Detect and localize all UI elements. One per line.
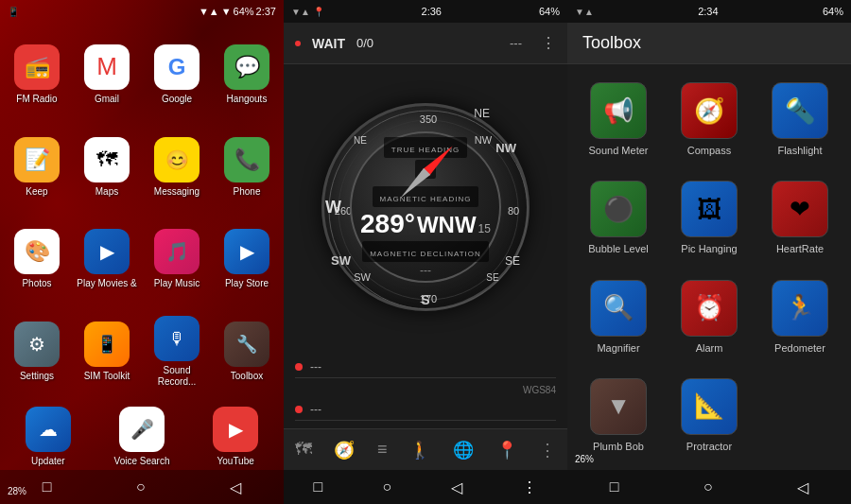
sim-icon: 📱 xyxy=(96,334,117,355)
sound-meter-label: Sound Meter xyxy=(589,145,649,156)
app-toolbox[interactable]: 🔧 Toolbox xyxy=(214,307,280,396)
photos-icon: 🎨 xyxy=(25,239,50,264)
app-phone[interactable]: 📞 Phone xyxy=(214,123,280,212)
app-maps[interactable]: 🗺 Maps xyxy=(74,123,140,212)
tool-pic-hanging[interactable]: 🖼 Pic Hanging xyxy=(666,170,753,265)
tool-compass[interactable]: 🧭 Compass xyxy=(666,72,753,166)
home-btn-p2[interactable]: ○ xyxy=(374,475,399,499)
back-btn-p2[interactable]: ◁ xyxy=(443,475,470,500)
wgs-label: WGS84 xyxy=(295,378,556,399)
plumb-bob-label: Plumb Bob xyxy=(593,441,644,452)
recent-apps-btn-p2[interactable]: □ xyxy=(306,475,331,499)
app-updater[interactable]: ☁ Updater xyxy=(26,407,71,467)
compass-icon-pin[interactable]: 📍 xyxy=(496,440,517,461)
app-play-movies[interactable]: ▶ Play Movies & xyxy=(74,216,140,304)
protractor-label: Protractor xyxy=(686,441,732,452)
home-btn-p3[interactable]: ○ xyxy=(696,475,721,499)
keep-label: Keep xyxy=(26,186,47,198)
play-movies-icon: ▶ xyxy=(100,240,114,263)
app-photos[interactable]: 🎨 Photos xyxy=(4,216,70,304)
tool-protractor[interactable]: 📐 Protractor xyxy=(666,368,753,462)
compass-toolbar: WAIT 0/0 --- ⋮ xyxy=(284,23,567,64)
tool-bubble-level[interactable]: ⚫ Bubble Level xyxy=(575,170,662,265)
home-screen-panel: 📱 ▼▲ ▼ 64% 2:37 📻 FM Radio M Gmail G Goo… xyxy=(0,0,284,504)
tool-pedometer[interactable]: 🏃 Pedometer xyxy=(756,269,843,364)
tool-plumb-bob[interactable]: ▼ Plumb Bob xyxy=(575,368,662,462)
app-grid: 📻 FM Radio M Gmail G Google 💬 Hangouts 📝… xyxy=(0,23,284,404)
compass-score: 0/0 xyxy=(356,36,373,50)
play-store-icon: ▶ xyxy=(240,240,254,263)
gmail-label: Gmail xyxy=(95,94,119,105)
back-btn-p1[interactable]: ◁ xyxy=(222,475,249,500)
toolbox-label: Toolbox xyxy=(231,371,263,382)
tool-heart-rate[interactable]: ❤ HeartRate xyxy=(756,170,843,265)
magnifier-icon: 🔍 xyxy=(590,280,647,337)
sound-meter-icon: 📢 xyxy=(590,82,647,139)
more-btn-p2[interactable]: ⋮ xyxy=(514,475,545,500)
tool-flashlight[interactable]: 🔦 Flashlight xyxy=(756,72,843,166)
compass-icon-globe[interactable]: 🌐 xyxy=(453,440,474,461)
tool-alarm[interactable]: ⏰ Alarm xyxy=(666,269,753,364)
app-fm-radio[interactable]: 📻 FM Radio xyxy=(4,30,70,119)
battery-percent-p1: 28% xyxy=(8,486,26,496)
app-play-music[interactable]: 🎵 Play Music xyxy=(144,216,210,304)
settings-icon: ⚙ xyxy=(28,333,45,356)
app-keep[interactable]: 📝 Keep xyxy=(4,123,70,212)
app-settings[interactable]: ⚙ Settings xyxy=(4,307,70,396)
recent-apps-btn-p3[interactable]: □ xyxy=(602,475,627,499)
compass-icon-more[interactable]: ⋮ xyxy=(539,440,556,461)
svg-text:350: 350 xyxy=(420,113,437,125)
app-hangouts[interactable]: 💬 Hangouts xyxy=(214,30,280,119)
recent-apps-btn-p1[interactable]: □ xyxy=(35,475,60,499)
sw-label: SW xyxy=(331,253,351,268)
app-sound-rec[interactable]: 🎙 Sound Record... xyxy=(144,307,210,396)
empty-cell xyxy=(756,368,843,462)
app-google[interactable]: G Google xyxy=(144,30,210,119)
hangouts-label: Hangouts xyxy=(227,94,268,105)
flashlight-label: Flashlight xyxy=(777,145,822,156)
protractor-icon: 📐 xyxy=(681,378,738,435)
toolbox-panel: ▼▲ 2:34 64% Toolbox 📢 Sound Meter 🧭 Comp… xyxy=(567,0,851,504)
svg-text:NE: NE xyxy=(354,135,367,146)
google-icon: G xyxy=(168,54,186,80)
app-youtube[interactable]: ▶ YouTube xyxy=(213,407,258,467)
data-row-2: --- xyxy=(295,399,556,421)
sim-label: SIM Toolkit xyxy=(84,371,130,382)
compass-panel: ▼▲ 📍 2:36 64% WAIT 0/0 --- ⋮ 350 80 260 … xyxy=(284,0,567,504)
keep-icon: 📝 xyxy=(25,148,50,172)
s-label: S xyxy=(421,292,429,307)
compass-dial: 350 80 260 170 NW SW SE NE W NW SW xyxy=(321,103,530,311)
hangouts-icon: 💬 xyxy=(234,55,260,79)
compass-icon-list[interactable]: ≡ xyxy=(377,440,388,460)
fm-radio-icon: 📻 xyxy=(25,55,50,79)
pedometer-label: Pedometer xyxy=(774,342,825,354)
time-p3: 2:34 xyxy=(698,6,718,17)
svg-text:80: 80 xyxy=(508,205,519,217)
tool-magnifier[interactable]: 🔍 Magnifier xyxy=(575,269,662,364)
compass-icon-map[interactable]: 🗺 xyxy=(295,440,312,460)
app-gmail[interactable]: M Gmail xyxy=(74,30,140,119)
app-sim-toolkit[interactable]: 📱 SIM Toolkit xyxy=(74,307,140,396)
nav-bar-p2: □ ○ ◁ ⋮ xyxy=(284,470,567,504)
tool-sound-meter[interactable]: 📢 Sound Meter xyxy=(575,72,662,166)
compass-icon-walk[interactable]: 🚶 xyxy=(409,440,430,461)
app-messaging[interactable]: 😊 Messaging xyxy=(144,123,210,212)
compass-icon-dial[interactable]: 🧭 xyxy=(334,440,355,461)
messaging-icon: 😊 xyxy=(165,148,189,171)
compass-icon: 🧭 xyxy=(681,82,738,139)
maps-icon: 🗺 xyxy=(96,148,117,172)
back-btn-p3[interactable]: ◁ xyxy=(790,475,816,500)
degree-display: 289° WNW 15 xyxy=(360,209,491,239)
compass-inner: W NW SW S NE SE TRUE HEADING --- xyxy=(350,131,501,283)
compass-data-section: --- WGS84 --- xyxy=(284,349,567,428)
app-play-store[interactable]: ▶ Play Store xyxy=(214,216,280,304)
red-marker xyxy=(295,41,301,46)
more-icon-toolbar[interactable]: ⋮ xyxy=(541,34,556,52)
red-dot-1 xyxy=(295,363,303,371)
app-voice-search[interactable]: 🎤 Voice Search xyxy=(114,407,170,467)
home-btn-p1[interactable]: ○ xyxy=(129,475,153,499)
signal-p2: ▼▲ 📍 xyxy=(291,7,324,17)
play-movies-label: Play Movies & xyxy=(77,278,136,289)
compass-body: 350 80 260 170 NW SW SE NE W NW SW xyxy=(284,64,567,349)
play-music-icon: 🎵 xyxy=(165,240,189,263)
